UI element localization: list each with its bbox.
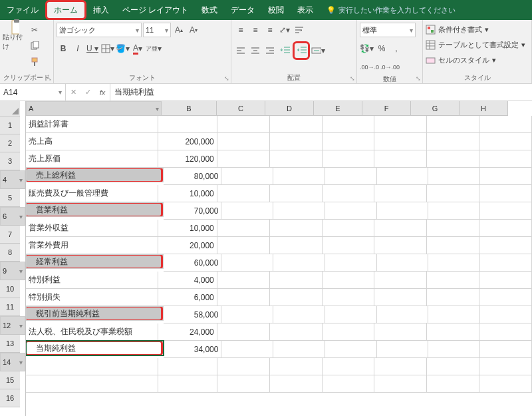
cell[interactable] xyxy=(377,341,429,358)
cell[interactable] xyxy=(270,133,323,150)
wrap-text-button[interactable] xyxy=(293,23,306,37)
tab-review[interactable]: 校閲 xyxy=(261,0,291,20)
percent-button[interactable]: % xyxy=(375,41,388,56)
tab-data[interactable]: データ xyxy=(224,0,261,20)
tab-pagelayout[interactable]: ページ レイアウト xyxy=(116,0,195,20)
cell[interactable] xyxy=(325,202,377,220)
cell[interactable]: 10,000 xyxy=(158,220,217,237)
font-size-select[interactable]: 11 xyxy=(143,23,171,37)
cell[interactable] xyxy=(26,358,158,375)
col-header-G[interactable]: G xyxy=(411,101,460,116)
font-color-button[interactable]: A ▾ xyxy=(131,41,144,56)
cell[interactable] xyxy=(221,306,273,323)
cell[interactable] xyxy=(374,116,427,133)
select-all-corner[interactable] xyxy=(0,101,20,116)
underline-button[interactable]: U ▾ xyxy=(86,41,99,56)
cell[interactable] xyxy=(428,254,480,272)
cells-area[interactable]: 損益計算書売上高200,000売上原価120,000売上総利益80,000販売費… xyxy=(26,116,532,393)
cell[interactable] xyxy=(428,168,480,185)
row-header[interactable]: 2 xyxy=(0,134,20,152)
cell[interactable] xyxy=(428,341,480,358)
cell[interactable] xyxy=(428,306,480,323)
col-header-H[interactable]: H xyxy=(460,101,508,116)
cell[interactable] xyxy=(217,358,270,375)
enter-formula-icon[interactable]: ✓ xyxy=(80,88,95,97)
cut-button[interactable]: ✂ xyxy=(28,23,41,37)
tab-home[interactable]: ホーム xyxy=(45,0,86,20)
cell[interactable] xyxy=(377,168,429,185)
increase-indent-button[interactable] xyxy=(293,41,310,60)
cell[interactable] xyxy=(221,254,273,272)
cell[interactable] xyxy=(480,168,532,185)
cell[interactable] xyxy=(323,358,375,375)
cell[interactable] xyxy=(374,220,427,237)
col-header-A[interactable]: A xyxy=(26,101,162,116)
align-top-button[interactable]: ≡ xyxy=(234,23,247,37)
cell[interactable] xyxy=(270,185,323,202)
cell[interactable]: 当期純利益 xyxy=(26,341,164,355)
align-left-button[interactable] xyxy=(234,43,247,58)
cell[interactable] xyxy=(26,375,158,393)
cell[interactable] xyxy=(217,133,270,150)
row-header[interactable]: 1 xyxy=(0,116,20,134)
cell[interactable] xyxy=(270,150,323,168)
italic-button[interactable]: I xyxy=(71,41,84,56)
formula-input[interactable]: 当期純利益 xyxy=(110,84,532,101)
cell[interactable] xyxy=(427,220,479,237)
bold-button[interactable]: B xyxy=(57,41,70,56)
cell[interactable] xyxy=(427,375,479,393)
cell[interactable] xyxy=(479,375,532,393)
cell[interactable] xyxy=(479,272,532,289)
row-header[interactable]: 11 xyxy=(0,298,20,316)
cell[interactable] xyxy=(221,168,273,185)
tab-file[interactable]: ファイル xyxy=(0,0,45,20)
increase-decimal-button[interactable]: .00→.0 xyxy=(360,60,379,75)
cell[interactable]: 売上総利益 xyxy=(26,168,164,182)
cell[interactable] xyxy=(270,220,323,237)
cell[interactable] xyxy=(217,185,270,202)
cell[interactable] xyxy=(427,237,479,254)
cell[interactable] xyxy=(374,375,427,393)
cell[interactable] xyxy=(217,220,270,237)
cell[interactable]: 70,000 xyxy=(164,202,221,220)
cell[interactable] xyxy=(374,150,427,168)
cell[interactable] xyxy=(427,358,479,375)
cell[interactable] xyxy=(325,306,377,323)
row-header[interactable]: 6 xyxy=(0,207,25,226)
row-header[interactable]: 5 xyxy=(0,189,20,207)
cell[interactable] xyxy=(221,341,273,358)
cell[interactable] xyxy=(427,185,479,202)
cell[interactable] xyxy=(377,306,429,323)
cell[interactable]: 120,000 xyxy=(158,150,217,168)
cell[interactable]: 80,000 xyxy=(164,168,221,185)
cell[interactable]: 20,000 xyxy=(158,237,217,254)
cell[interactable] xyxy=(217,150,270,168)
cell[interactable] xyxy=(273,168,325,185)
cell[interactable]: 税引前当期純利益 xyxy=(26,306,164,321)
col-header-C[interactable]: C xyxy=(217,101,265,116)
cell[interactable] xyxy=(427,116,479,133)
cell[interactable] xyxy=(427,272,479,289)
align-right-button[interactable] xyxy=(263,43,277,58)
cell[interactable] xyxy=(217,116,270,133)
cell[interactable]: 損益計算書 xyxy=(26,116,158,133)
cell[interactable]: 4,000 xyxy=(158,272,217,289)
fx-icon[interactable]: fx xyxy=(95,89,110,97)
cell[interactable] xyxy=(377,254,429,272)
cell[interactable] xyxy=(323,237,375,254)
cell[interactable] xyxy=(270,323,323,341)
cell[interactable]: 法人税、住民税及び事業税額 xyxy=(26,323,158,341)
border-button[interactable]: ▾ xyxy=(100,41,114,56)
dialog-launcher-icon[interactable]: ⤡ xyxy=(350,75,355,82)
cell[interactable]: 売上高 xyxy=(26,133,158,150)
cell[interactable] xyxy=(479,133,532,150)
cell[interactable]: 特別利益 xyxy=(26,272,158,289)
comma-button[interactable]: , xyxy=(390,41,403,56)
cell[interactable] xyxy=(270,237,323,254)
cell[interactable] xyxy=(323,323,375,341)
cell[interactable] xyxy=(273,341,325,358)
cell[interactable] xyxy=(427,323,479,341)
cell[interactable] xyxy=(479,323,532,341)
cell[interactable] xyxy=(323,133,375,150)
cell[interactable] xyxy=(427,150,479,168)
